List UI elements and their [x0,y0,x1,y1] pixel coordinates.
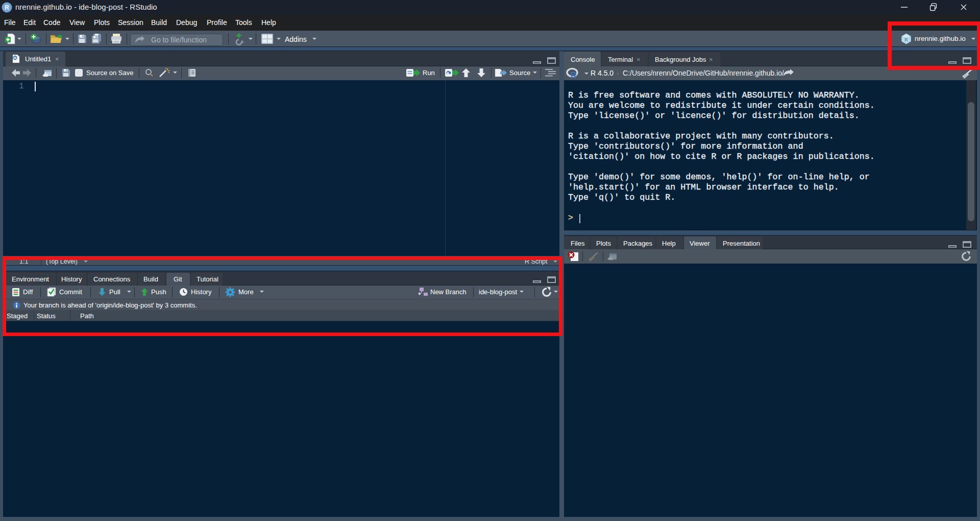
svg-text:R: R [571,70,577,79]
svg-text:R: R [14,56,17,60]
svg-text:R: R [5,4,9,11]
